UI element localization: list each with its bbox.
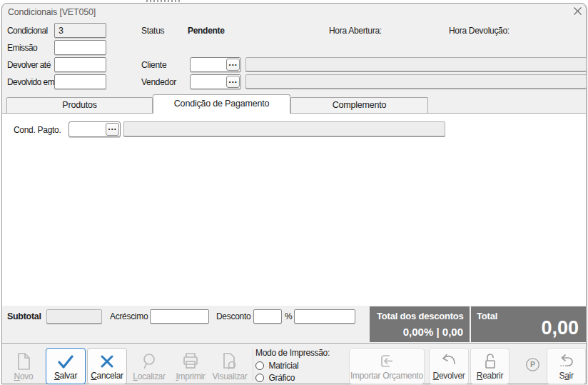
localizar-button[interactable]: Localizar (129, 348, 169, 384)
x-icon (98, 352, 116, 371)
desconto-valor-input[interactable] (294, 309, 355, 324)
vendedor-lookup-button[interactable]: ... (226, 76, 240, 88)
sair-label: Sair (547, 371, 585, 381)
status-label: Status (141, 26, 164, 36)
close-icon[interactable] (572, 6, 583, 16)
modo-impressao-label: Modo de Impressão: (255, 348, 330, 358)
cond-pagto-label: Cond. Pagto. (14, 125, 61, 135)
imprimir-button[interactable]: Imprimir (171, 348, 211, 384)
desconto-percent-input[interactable] (253, 309, 282, 324)
condicional-value: 3 (55, 24, 106, 38)
condicional-field: 3 (54, 23, 106, 38)
visualizar-button[interactable]: Visualizar (210, 348, 250, 384)
novo-button[interactable]: Novo (4, 348, 44, 384)
percent-label: % (285, 311, 292, 321)
cliente-input[interactable]: ... (190, 57, 241, 72)
subtotal-field (46, 309, 102, 324)
devolver-button[interactable]: Devolver (429, 348, 469, 384)
emissao-label: Emissão (7, 43, 37, 53)
exit-arrow-icon (557, 352, 576, 372)
acrescimo-label: Acréscimo (110, 311, 148, 321)
reabrir-button[interactable]: Reabrir (470, 348, 510, 384)
radio-grafico-circle[interactable] (255, 374, 264, 382)
undo-arrow-icon (440, 352, 458, 372)
window-title: Condicionais [VET050] (8, 7, 96, 17)
devolver-label: Devolver (430, 371, 468, 381)
print-preview-icon (220, 351, 239, 371)
toolbar-separator (253, 348, 253, 381)
new-document-icon (14, 351, 33, 371)
total-descontos-label: Total dos descontos (377, 311, 464, 321)
condicional-label: Condicional (7, 26, 48, 36)
tab-condicao-de-pagamento[interactable]: Condição de Pagamento (153, 94, 290, 114)
vendedor-input[interactable]: ... (190, 74, 241, 89)
localizar-label: Localizar (129, 371, 169, 381)
devolvido-em-label: Devolvido em (7, 77, 54, 87)
devolver-ate-label: Devolver até (7, 60, 51, 70)
check-icon (55, 352, 76, 371)
total-value: 0,00 (541, 317, 579, 339)
radio-matricial[interactable]: Matricial (255, 360, 330, 371)
novo-label: Novo (4, 371, 44, 381)
total-descontos-value: 0,00% | 0,00 (403, 326, 463, 338)
imprimir-label: Imprimir (171, 371, 211, 381)
cond-pagto-desc-field (123, 121, 445, 136)
vendedor-label: Vendedor (141, 77, 176, 87)
open-padlock-icon (481, 352, 500, 372)
import-icon (377, 352, 396, 372)
devolver-ate-input[interactable] (54, 57, 106, 72)
salvar-label: Salvar (46, 371, 85, 381)
radio-matricial-circle[interactable] (255, 361, 264, 370)
cancelar-button[interactable]: Cancelar (87, 348, 127, 384)
search-icon (140, 351, 158, 371)
total-descontos-box: Total dos descontos 0,00% | 0,00 (370, 306, 470, 342)
printer-icon (181, 351, 200, 371)
toolbar: Novo Salvar Cancelar Loca (2, 343, 586, 384)
devolvido-em-input[interactable] (54, 74, 106, 89)
dialog-condicionais: Condicionais [VET050] Condicional 3 Stat… (1, 3, 587, 384)
cliente-name-field (245, 57, 587, 71)
reabrir-label: Reabrir (471, 371, 509, 381)
radio-matricial-label: Matricial (268, 361, 298, 371)
print-mode-group: Modo de Impressão: Matricial Gráfico (255, 348, 330, 383)
subtotal-label: Subtotal (7, 311, 41, 321)
total-label: Total (477, 311, 497, 321)
importar-orcamento-button[interactable]: Importar Orçamento (349, 348, 425, 384)
sair-button[interactable]: Sair (547, 348, 586, 384)
clipped-background-text (146, 0, 181, 2)
importar-label: Importar Orçamento (350, 371, 424, 381)
visualizar-label: Visualizar (210, 371, 250, 381)
p-badge-icon[interactable]: P (525, 357, 540, 372)
screen: Condicionais [VET050] Condicional 3 Stat… (0, 0, 588, 385)
cond-pagto-lookup-button[interactable]: ... (106, 123, 119, 136)
cliente-label: Cliente (141, 60, 166, 70)
vendedor-name-field (245, 74, 587, 89)
tab-complemento[interactable]: Complemento (290, 97, 428, 113)
total-box: Total 0,00 (471, 306, 586, 342)
status-value: Pendente (188, 26, 225, 36)
hora-abertura-label: Hora Abertura: (329, 26, 382, 36)
radio-grafico[interactable]: Gráfico (255, 372, 330, 383)
svg-text:P: P (530, 360, 535, 369)
hora-devolucao-label: Hora Devolução: (449, 26, 510, 36)
cond-pagto-input[interactable]: ... (69, 121, 121, 137)
emissao-input[interactable] (54, 40, 106, 55)
cancelar-label: Cancelar (88, 371, 126, 381)
tab-page-condicao-pagamento: Cond. Pagto. ... (2, 113, 586, 306)
salvar-button[interactable]: Salvar (46, 348, 86, 384)
tab-produtos[interactable]: Produtos (6, 97, 153, 113)
radio-grafico-label: Gráfico (268, 373, 295, 383)
acrescimo-input[interactable] (150, 309, 209, 324)
desconto-label: Desconto (216, 311, 250, 321)
cliente-lookup-button[interactable]: ... (226, 59, 240, 71)
